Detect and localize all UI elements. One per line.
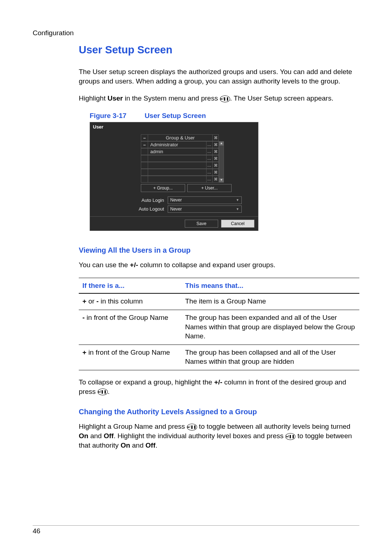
group-name[interactable]: Administrator (148, 141, 207, 148)
close-icon[interactable]: ✖ (213, 141, 219, 148)
collapse-toggle[interactable]: – (141, 134, 148, 141)
close-icon[interactable]: ✖ (213, 148, 219, 155)
close-icon[interactable]: ✖ (213, 176, 219, 183)
ellipsis-icon[interactable]: ... (207, 155, 213, 162)
auto-login-label: Auto Login (133, 197, 164, 204)
save-button[interactable]: Save (185, 220, 218, 228)
tree-header: Group & User (148, 134, 213, 141)
enter-key-icon: ▸/❚❚ (187, 424, 197, 431)
table-row: + in front of the Group Name The group h… (79, 345, 359, 370)
plus-minus-table: If there is a... This means that... + or… (79, 278, 359, 370)
figure-caption: Figure 3-17User Setup Screen (90, 111, 359, 121)
chevron-down-icon: ▼ (236, 198, 239, 202)
group-user-tree: – Group & User ✖ – Administrator ... ✖ (141, 134, 219, 183)
viewing-users-heading: Viewing All the Users in a Group (79, 245, 359, 255)
table-row: - in front of the Group Name The group h… (79, 310, 359, 345)
table-row: + or - in this column The item is a Grou… (79, 293, 359, 310)
add-user-button[interactable]: + User... (187, 184, 232, 192)
add-group-button[interactable]: + Group... (141, 184, 185, 192)
auto-login-select[interactable]: Never▼ (168, 196, 242, 204)
close-icon[interactable]: ✖ (213, 134, 219, 141)
table-header: If there is a... (79, 278, 184, 293)
ellipsis-icon[interactable]: ... (207, 141, 213, 148)
auto-logout-select[interactable]: Never▼ (168, 205, 242, 213)
cancel-button[interactable]: Cancel (221, 220, 254, 228)
changing-authority-paragraph: Highlight a Group Name and press ▸/❚❚ to… (79, 422, 359, 450)
empty-row (148, 176, 207, 183)
close-icon[interactable]: ✖ (213, 162, 219, 169)
page-title: User Setup Screen (79, 43, 359, 57)
auto-logout-label: Auto Logout (133, 206, 164, 212)
ellipsis-icon[interactable]: ... (207, 176, 213, 183)
user-name[interactable]: admin (148, 148, 207, 155)
empty-row (148, 155, 207, 162)
scroll-down-icon[interactable]: ▼ (219, 178, 224, 182)
enter-key-icon: ▸/❚❚ (220, 95, 230, 102)
collapse-toggle (141, 148, 148, 155)
close-icon[interactable]: ✖ (213, 155, 219, 162)
enter-key-icon: ▸/❚❚ (285, 433, 295, 440)
running-head: Configuration (33, 28, 74, 38)
ellipsis-icon[interactable]: ... (207, 162, 213, 169)
dialog-title: User (90, 122, 258, 132)
empty-row (148, 162, 207, 169)
collapse-expand-paragraph: To collapse or expand a group, highlight… (79, 378, 359, 396)
scroll-up-icon[interactable]: ▲ (219, 142, 224, 146)
intro-paragraph: The User setup screen displays the autho… (79, 67, 359, 86)
collapse-toggle[interactable]: – (141, 141, 148, 148)
page-number: 46 (33, 526, 40, 536)
scrollbar[interactable]: ▲ ▼ (219, 141, 224, 183)
ellipsis-icon[interactable]: ... (207, 169, 213, 176)
table-header: This means that... (184, 278, 359, 293)
empty-row (148, 169, 207, 176)
chevron-down-icon: ▼ (236, 207, 239, 211)
highlight-user-paragraph: Highlight User in the System menu and pr… (79, 94, 359, 103)
footer-rule (33, 525, 359, 526)
user-setup-screenshot: User – Group & User ✖ – Administrator ..… (90, 122, 258, 231)
enter-key-icon: ▸/❚❚ (98, 388, 108, 395)
close-icon[interactable]: ✖ (213, 169, 219, 176)
changing-authority-heading: Changing the Authority Levels Assigned t… (79, 407, 359, 417)
viewing-users-paragraph: You can use the +/- column to collapse a… (79, 260, 359, 270)
ellipsis-icon[interactable]: ... (207, 148, 213, 155)
